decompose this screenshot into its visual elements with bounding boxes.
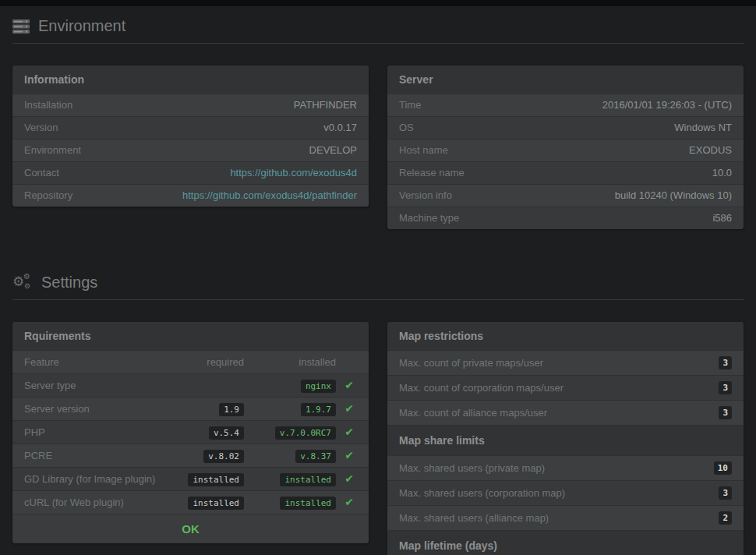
feature-label: PCRE [24, 448, 166, 463]
feature-label: PHP [24, 425, 166, 440]
setting-row-shared-corporation: Max. shared users (corporation map) 3 [387, 480, 744, 505]
row-label: Version info [399, 190, 452, 201]
row-label: Release name [399, 168, 465, 179]
setting-label: Max. count of corporation maps/user [399, 383, 563, 394]
column-header-feature: Feature [24, 355, 166, 369]
setting-value-badge: 2 [719, 511, 732, 525]
row-label: Contact [24, 168, 59, 179]
server-stack-icon [12, 18, 30, 35]
check-icon: ✔ [344, 379, 354, 391]
required-version-badge: installed [188, 473, 244, 486]
setting-label: Max. shared users (corporation map) [399, 488, 565, 499]
row-label: Repository [24, 190, 72, 201]
requirement-row-curl: cURL (for Web plugin) installed installe… [12, 490, 369, 514]
setting-value-badge: 3 [719, 356, 732, 369]
cogs-icon: ⚙⚙⚙ [12, 273, 33, 292]
setting-label: Max. count of alliance maps/user [399, 408, 547, 419]
required-version-badge: v.5.4 [209, 426, 244, 440]
row-label: Version [24, 122, 58, 133]
row-label: Environment [24, 145, 81, 156]
setting-label: Max. shared users (private map) [399, 463, 545, 474]
row-value: Windows NT [674, 122, 732, 133]
check-icon: ✔ [344, 496, 354, 508]
map-lifetime-heading: Map lifetime (days) [387, 530, 744, 555]
contact-link[interactable]: https://github.com/exodus4d [230, 168, 357, 179]
server-panel: Server Time 2016/01/01 19:26:03 - (UTC) … [387, 65, 744, 229]
check-icon: ✔ [344, 472, 354, 485]
settings-title-text: Settings [41, 274, 97, 292]
row-value: DEVELOP [309, 145, 357, 156]
info-row-contact: Contact https://github.com/exodus4d [12, 161, 369, 184]
map-restrictions-heading: Map restrictions [387, 322, 744, 350]
feature-label: Server type [24, 378, 166, 393]
setting-row-shared-private: Max. shared users (private map) 10 [387, 455, 744, 480]
server-row-time: Time 2016/01/01 19:26:03 - (UTC) [387, 94, 744, 116]
server-row-versioninfo: Version info build 10240 (Windows 10) [387, 184, 744, 207]
row-value: EXODUS [689, 145, 732, 156]
requirement-row-pcre: PCRE v.8.02 v.8.37 ✔ [12, 444, 369, 467]
installed-version-badge: installed [280, 473, 336, 486]
row-value: v0.0.17 [323, 122, 357, 133]
row-label: Time [399, 100, 421, 111]
installed-version-badge: nginx [301, 380, 336, 393]
installed-version-badge: 1.9.7 [301, 403, 336, 416]
check-icon: ✔ [344, 402, 354, 415]
page-container: Environment Information Installation PAT… [0, 17, 756, 555]
requirements-header-row: Feature required installed [12, 350, 369, 373]
installed-version-badge: installed [280, 497, 336, 510]
setting-row-private-maps: Max. count of private maps/user 3 [387, 350, 744, 375]
installed-version-badge: v.7.0.0RC7 [275, 426, 336, 440]
row-value: 2016/01/01 19:26:03 - (UTC) [602, 100, 732, 111]
required-version-badge: 1.9 [219, 403, 244, 416]
required-version-badge: installed [188, 497, 244, 510]
server-row-os: OS Windows NT [387, 116, 744, 139]
settings-section-title: ⚙⚙⚙ Settings [12, 273, 744, 300]
information-panel-title: Information [12, 65, 369, 94]
info-row-version: Version v0.0.17 [12, 116, 369, 139]
requirements-status-ok: OK [12, 514, 369, 543]
setting-row-corporation-maps: Max. count of corporation maps/user 3 [387, 375, 744, 400]
navbar-bottom-strip [0, 0, 756, 6]
info-row-environment: Environment DEVELOP [12, 139, 369, 161]
requirements-panel: Rquirements Feature required installed S… [12, 322, 369, 543]
row-label: OS [399, 122, 414, 133]
setting-value-badge: 3 [719, 381, 732, 394]
column-header-required: required [166, 355, 244, 369]
setting-value-badge: 3 [719, 406, 732, 419]
feature-label: GD Library (for Image plugin) [24, 472, 166, 486]
setting-row-alliance-maps: Max. count of alliance maps/user 3 [387, 400, 744, 425]
info-row-repository: Repository https://github.com/exodus4d/p… [12, 184, 369, 207]
requirement-row-server-type: Server type nginx ✔ [12, 373, 369, 397]
requirements-panel-title: Rquirements [12, 322, 369, 350]
check-icon: ✔ [344, 449, 354, 461]
requirement-row-gd-library: GD Library (for Image plugin) installed … [12, 467, 369, 490]
repository-link[interactable]: https://github.com/exodus4d/pathfinder [182, 190, 357, 201]
row-label: Machine type [399, 213, 459, 224]
map-share-limits-heading: Map share limits [387, 425, 744, 455]
required-version-badge: v.8.02 [203, 450, 244, 463]
map-settings-panel: Map restrictions Max. count of private m… [387, 322, 744, 555]
row-value: 10.0 [712, 168, 732, 179]
check-icon: ✔ [344, 426, 354, 438]
installed-version-badge: v.8.37 [295, 450, 336, 463]
server-panel-title: Server [387, 65, 744, 94]
environment-section-title: Environment [12, 17, 744, 44]
row-value: build 10240 (Windows 10) [615, 190, 732, 201]
requirement-row-server-version: Server version 1.9 1.9.7 ✔ [12, 397, 369, 420]
server-row-hostname: Host name EXODUS [387, 139, 744, 161]
row-label: Installation [24, 100, 72, 111]
feature-label: Server version [24, 401, 166, 416]
row-value: PATHFINDER [294, 100, 357, 111]
server-row-machinetype: Machine type i586 [387, 207, 744, 229]
setting-value-badge: 10 [714, 461, 732, 475]
setting-label: Max. count of private maps/user [399, 358, 543, 369]
row-label: Host name [399, 145, 448, 156]
setting-label: Max. shared users (alliance map) [399, 513, 549, 524]
information-panel: Information Installation PATHFINDER Vers… [12, 65, 369, 207]
info-row-installation: Installation PATHFINDER [12, 94, 369, 116]
environment-title-text: Environment [38, 17, 125, 35]
column-header-installed: installed [244, 355, 336, 369]
setting-value-badge: 3 [719, 486, 732, 500]
requirement-row-php: PHP v.5.4 v.7.0.0RC7 ✔ [12, 420, 369, 444]
row-value: i586 [712, 213, 732, 224]
